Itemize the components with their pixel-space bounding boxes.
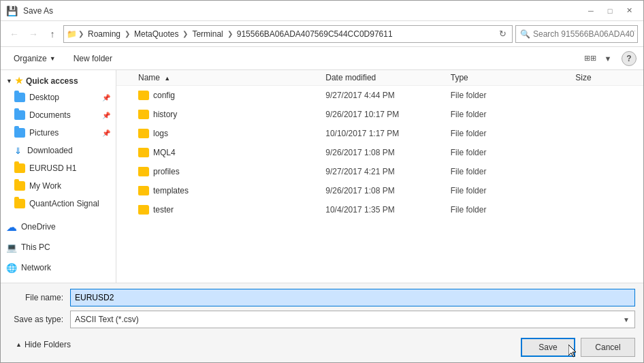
folder-icon bbox=[138, 167, 149, 176]
search-input[interactable] bbox=[533, 29, 635, 39]
saveas-row: Save as type: ASCII Text (*.csv) ▼ bbox=[9, 311, 635, 328]
main-content: ▼ ★ Quick access Desktop 📌 Documents 📌 P… bbox=[1, 70, 643, 283]
onedrive-icon: ☁ bbox=[6, 221, 17, 234]
folder-icon bbox=[138, 91, 149, 100]
maximize-button[interactable]: □ bbox=[601, 4, 619, 18]
sidebar: ▼ ★ Quick access Desktop 📌 Documents 📌 P… bbox=[1, 70, 116, 283]
col-type-header[interactable]: Type bbox=[451, 73, 576, 82]
path-metaquotes[interactable]: MetaQuotes bbox=[131, 28, 181, 40]
svg-marker-0 bbox=[568, 345, 576, 357]
table-row[interactable]: profiles9/27/2017 4:21 PMFile folder bbox=[116, 162, 643, 181]
toolbar: Organize ▼ New folder ⊞⊞ ▼ ? bbox=[1, 47, 643, 70]
folder-icon bbox=[138, 186, 149, 195]
quick-access-header[interactable]: ▼ ★ Quick access bbox=[1, 73, 116, 89]
bottom-actions: ▲ Hide Folders Save Cancel bbox=[9, 332, 635, 357]
title-bar: 💾 Save As ─ □ ✕ bbox=[1, 1, 643, 21]
col-date-header[interactable]: Date modified bbox=[325, 73, 451, 82]
table-row[interactable]: config9/27/2017 4:44 PMFile folder bbox=[116, 86, 643, 105]
window-icon: 💾 bbox=[6, 5, 18, 16]
organize-button[interactable]: Organize ▼ bbox=[7, 50, 62, 67]
chevron-down-icon: ▼ bbox=[6, 78, 12, 84]
table-row[interactable]: history9/26/2017 10:17 PMFile folder bbox=[116, 105, 643, 124]
folder-icon bbox=[138, 110, 149, 119]
new-folder-button[interactable]: New folder bbox=[67, 50, 118, 67]
path-roaming[interactable]: Roaming bbox=[85, 28, 123, 40]
help-button[interactable]: ? bbox=[622, 51, 637, 66]
organize-arrow-icon: ▼ bbox=[50, 55, 56, 62]
table-row[interactable]: MQL49/26/2017 1:08 PMFile folder bbox=[116, 143, 643, 162]
nav-bar: ← → ↑ 📁 ❯ Roaming ❯ MetaQuotes ❯ Termina… bbox=[1, 21, 643, 47]
col-name-header[interactable]: Name ▲ bbox=[122, 73, 325, 82]
folder-yellow-icon bbox=[14, 199, 25, 208]
pin-icon: 📌 bbox=[102, 129, 110, 137]
pin-icon: 📌 bbox=[102, 112, 110, 119]
folder-blue-icon bbox=[14, 128, 25, 138]
sidebar-item-desktop[interactable]: Desktop 📌 bbox=[1, 89, 116, 106]
saveas-select[interactable]: ASCII Text (*.csv) bbox=[70, 311, 635, 328]
bottom-bar: File name: Save as type: ASCII Text (*.c… bbox=[1, 283, 643, 362]
table-row[interactable]: logs10/10/2017 1:17 PMFile folder bbox=[116, 124, 643, 143]
cancel-button[interactable]: Cancel bbox=[581, 338, 635, 357]
organize-label: Organize bbox=[14, 54, 47, 63]
search-icon: 🔍 bbox=[520, 29, 530, 39]
back-button[interactable]: ← bbox=[6, 26, 22, 42]
network-icon: 🌐 bbox=[6, 263, 17, 273]
sidebar-item-thispc[interactable]: 💻 This PC bbox=[1, 238, 116, 256]
filename-input[interactable] bbox=[70, 289, 635, 306]
path-terminal[interactable]: Terminal bbox=[189, 28, 225, 40]
sidebar-item-eurusd[interactable]: EURUSD H1 bbox=[1, 159, 116, 177]
file-rows-container: config9/27/2017 4:44 PMFile folderhistor… bbox=[116, 86, 643, 219]
save-button[interactable]: Save bbox=[521, 338, 575, 357]
folder-icon bbox=[138, 205, 149, 215]
file-list-header: Name ▲ Date modified Type Size bbox=[116, 70, 643, 86]
up-button[interactable]: ↑ bbox=[44, 26, 61, 42]
sidebar-item-mywork[interactable]: My Work bbox=[1, 177, 116, 195]
refresh-button[interactable]: ↻ bbox=[496, 27, 509, 41]
address-path: 📁 ❯ Roaming ❯ MetaQuotes ❯ Terminal ❯ 91… bbox=[67, 28, 493, 40]
sidebar-item-downloaded[interactable]: ⇓ Downloaded bbox=[1, 142, 116, 159]
folder-icon bbox=[138, 148, 149, 157]
col-size-header[interactable]: Size bbox=[575, 73, 638, 82]
address-bar[interactable]: 📁 ❯ Roaming ❯ MetaQuotes ❯ Terminal ❯ 91… bbox=[63, 25, 513, 43]
sidebar-item-network[interactable]: 🌐 Network bbox=[1, 259, 116, 277]
forward-button[interactable]: → bbox=[25, 26, 42, 42]
new-folder-label: New folder bbox=[74, 54, 112, 63]
sidebar-item-onedrive[interactable]: ☁ OneDrive bbox=[1, 218, 116, 236]
folder-blue-icon bbox=[14, 93, 25, 102]
sidebar-item-documents[interactable]: Documents 📌 bbox=[1, 106, 116, 124]
chevron-up-icon: ▲ bbox=[16, 341, 22, 348]
folder-icon bbox=[138, 129, 149, 138]
table-row[interactable]: templates9/26/2017 1:08 PMFile folder bbox=[116, 181, 643, 200]
window-title: Save As bbox=[23, 6, 53, 16]
filename-label: File name: bbox=[9, 293, 70, 302]
pin-icon: 📌 bbox=[102, 94, 110, 101]
sidebar-item-pictures[interactable]: Pictures 📌 bbox=[1, 124, 116, 142]
saveas-select-wrapper: ASCII Text (*.csv) ▼ bbox=[70, 311, 635, 328]
view-toggle: ⊞⊞ ▼ bbox=[582, 51, 616, 66]
star-icon: ★ bbox=[15, 76, 23, 86]
view-details-button[interactable]: ▼ bbox=[600, 51, 616, 66]
computer-icon: 💻 bbox=[6, 242, 17, 253]
saveas-label: Save as type: bbox=[9, 315, 70, 324]
table-row[interactable]: tester10/4/2017 1:35 PMFile folder bbox=[116, 200, 643, 219]
folder-yellow-icon bbox=[14, 181, 25, 191]
minimize-button[interactable]: ─ bbox=[582, 4, 600, 18]
action-buttons: Save Cancel bbox=[521, 338, 635, 357]
sort-arrow-icon: ▲ bbox=[164, 75, 170, 82]
search-bar[interactable]: 🔍 bbox=[515, 25, 638, 43]
path-hash[interactable]: 915566BA06ADA407569C544CC0D97611 bbox=[234, 28, 396, 40]
hide-folders-toggle[interactable]: ▲ Hide Folders bbox=[9, 337, 78, 352]
file-list: Name ▲ Date modified Type Size config9/2… bbox=[116, 70, 643, 283]
filename-row: File name: bbox=[9, 289, 635, 306]
close-button[interactable]: ✕ bbox=[620, 4, 638, 18]
view-list-button[interactable]: ⊞⊞ bbox=[582, 51, 598, 66]
sidebar-item-quantaction[interactable]: QuantAction Signal bbox=[1, 195, 116, 212]
download-arrow-icon: ⇓ bbox=[14, 146, 22, 156]
folder-blue-icon bbox=[14, 110, 25, 120]
folder-yellow-icon bbox=[14, 163, 25, 173]
